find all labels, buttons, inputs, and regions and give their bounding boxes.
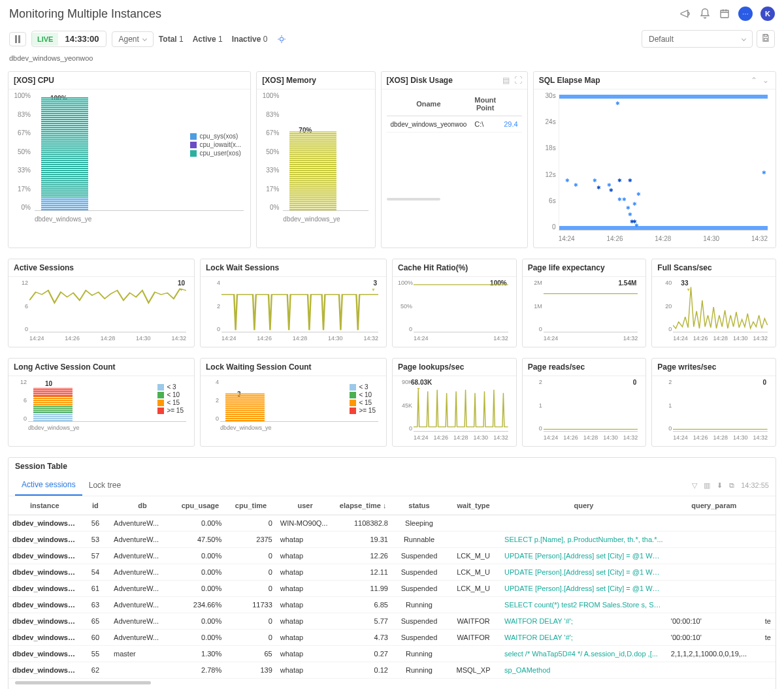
preset-label: Default — [649, 35, 674, 44]
cell-user: whatap — [276, 630, 335, 646]
cell-query[interactable]: SELECT p.[Name], p.ProductNumber, th.*, … — [500, 532, 667, 548]
agent-label: Agent — [119, 35, 139, 44]
collapse-icon[interactable]: ⌃ — [751, 76, 760, 85]
table-row[interactable]: dbdev_windows_yeonwooC:\29.4 — [387, 116, 522, 133]
download-icon[interactable]: ⬇ — [717, 481, 723, 490]
image-icon[interactable]: ▤ — [502, 76, 512, 85]
table-row[interactable]: dbdev_windows_yeo60AdventureW...0.00%0wh… — [8, 630, 776, 646]
expand-icon[interactable]: ⛶ — [514, 76, 523, 85]
table-row[interactable]: dbdev_windows_yeo53AdventureW...47.50%23… — [8, 532, 776, 548]
col-instance[interactable]: instance — [8, 496, 81, 515]
col-user[interactable]: user — [276, 496, 335, 515]
page-life-title: Page life expectancy — [523, 259, 646, 277]
table-row[interactable]: dbdev_windows_yeo54AdventureW...0.00%0wh… — [8, 564, 776, 581]
cell-id: 53 — [81, 532, 110, 548]
hscroll[interactable] — [15, 681, 769, 686]
cell-query[interactable]: UPDATE [Person].[Address] set [City] = @… — [500, 564, 667, 581]
cell-cpu_time: 2375 — [225, 532, 276, 548]
cell-id: 65 — [81, 613, 110, 630]
chat-icon[interactable]: ⋯ — [738, 7, 753, 21]
mem-yaxis: 100%83%67%50%33%17%0% — [262, 92, 282, 211]
cell-db: AdventureW... — [110, 548, 175, 564]
cell-extra — [761, 564, 776, 581]
avatar[interactable]: K — [760, 7, 775, 21]
cell-wait: LCK_M_U — [446, 564, 500, 581]
table-row[interactable]: dbdev_windows_yeo622.78%139whatap0.12Run… — [8, 662, 776, 679]
cell-db: master — [110, 646, 175, 662]
tab-lock-tree[interactable]: Lock tree — [82, 475, 127, 495]
svg-rect-3 — [764, 39, 768, 41]
cell-user: whatap — [276, 564, 335, 581]
cell-db: AdventureW... — [110, 613, 175, 630]
cell-extra — [761, 597, 776, 613]
preset-select[interactable]: Default — [642, 30, 753, 48]
cell-instance: dbdev_windows_yeo — [8, 548, 81, 564]
table-row[interactable]: dbdev_windows_yeo63AdventureW...234.66%1… — [8, 597, 776, 613]
col-status[interactable]: status — [392, 496, 446, 515]
cpu-yaxis: 100%83%67%50%33%17%0% — [14, 92, 33, 211]
elapse-plot[interactable] — [559, 95, 768, 231]
cell-status: Suspended — [392, 613, 446, 630]
cell-param — [667, 532, 761, 548]
save-preset-button[interactable] — [757, 30, 775, 48]
cell-status: Suspended — [392, 581, 446, 597]
table-row[interactable]: dbdev_windows_yeo55master1.30%65whatap0.… — [8, 646, 776, 662]
col-wait-type[interactable]: wait_type — [446, 496, 500, 515]
col-query[interactable]: query — [500, 496, 667, 515]
col-cpu-usage[interactable]: cpu_usage — [175, 496, 226, 515]
cell-wait: LCK_M_U — [446, 581, 500, 597]
cell-query[interactable]: WAITFOR DELAY '#'; — [500, 613, 667, 630]
cell-param — [667, 581, 761, 597]
tab-active-sessions[interactable]: Active sessions — [15, 475, 82, 496]
long-active-value: 10 — [45, 380, 52, 387]
lock-wait-title: Lock Wait Sessions — [201, 259, 386, 277]
cell-query[interactable]: SELECT count(*) test2 FROM Sales.Store s… — [500, 597, 667, 613]
cell-query[interactable]: sp_OAMethod — [500, 662, 667, 679]
calendar-icon[interactable] — [719, 8, 730, 20]
table-row[interactable]: dbdev_windows_yeo65AdventureW...0.00%0wh… — [8, 613, 776, 630]
cell-extra: te — [761, 630, 776, 646]
bell-icon[interactable] — [699, 8, 711, 20]
pause-button[interactable] — [9, 32, 26, 46]
cell-cpu_time: 139 — [225, 662, 276, 679]
cell-instance: dbdev_windows_yeo — [8, 613, 81, 630]
cell-wait: MSQL_XP — [446, 662, 500, 679]
agent-stats: Total 1 Active 1 Inactive 0 — [159, 34, 287, 44]
table-row[interactable]: dbdev_windows_yeo56AdventureW...0.00%0WI… — [8, 515, 776, 532]
table-row[interactable]: dbdev_windows_yeo61AdventureW...0.00%0wh… — [8, 581, 776, 597]
full-scans-title: Full Scans/sec — [652, 259, 776, 277]
table-row[interactable]: dbdev_windows_yeo57AdventureW...0.00%0wh… — [8, 548, 776, 564]
long-active-xlabel: dbdev_windows_ye — [28, 425, 80, 431]
target-icon[interactable] — [276, 34, 287, 44]
long-active-legend: < 3 < 10 < 15 >= 15 — [157, 383, 184, 415]
cell-extra — [761, 581, 776, 597]
col-db[interactable]: db — [110, 496, 175, 515]
hscroll-thumb[interactable] — [387, 198, 441, 200]
cell-query[interactable]: WAITFOR DELAY '#'; — [500, 630, 667, 646]
col-query-param[interactable]: query_param — [667, 496, 761, 515]
cell-db: AdventureW... — [110, 581, 175, 597]
col-cpu-time[interactable]: cpu_time — [225, 496, 276, 515]
cell-status: Runnable — [392, 532, 446, 548]
agent-select[interactable]: Agent — [112, 31, 154, 47]
expand-panel-icon[interactable]: ⌄ — [762, 76, 772, 85]
cell-db: AdventureW... — [110, 597, 175, 613]
time-range[interactable]: LIVE 14:33:00 — [31, 31, 106, 47]
cell-query[interactable]: UPDATE [Person].[Address] set [City] = @… — [500, 548, 667, 564]
columns-icon[interactable]: ▥ — [704, 481, 710, 490]
cell-query[interactable]: select /* WhaTap5D#4 */ A.session_id,D.d… — [500, 646, 667, 662]
cpu-card-title: [XOS] CPU — [8, 72, 250, 89]
cell-cpu_time: 0 — [225, 613, 276, 630]
page-title: Monitoring Multiple Instances — [9, 7, 161, 21]
filter-icon[interactable]: ▽ — [692, 481, 697, 490]
col-elapse-time--[interactable]: elapse_time ↓ — [334, 496, 392, 515]
svg-rect-2 — [764, 35, 768, 37]
popout-icon[interactable]: ⧉ — [729, 481, 734, 490]
cell-query[interactable]: UPDATE [Person].[Address] set [City] = @… — [500, 581, 667, 597]
announce-icon[interactable] — [679, 8, 691, 20]
mem-card-title: [XOS] Memory — [257, 72, 374, 89]
active-sessions-title: Active Sessions — [8, 259, 194, 277]
lock-count-legend: < 3 < 10 < 15 >= 15 — [350, 383, 376, 415]
chevron-down-icon — [742, 37, 746, 41]
col-id[interactable]: id — [81, 496, 110, 515]
